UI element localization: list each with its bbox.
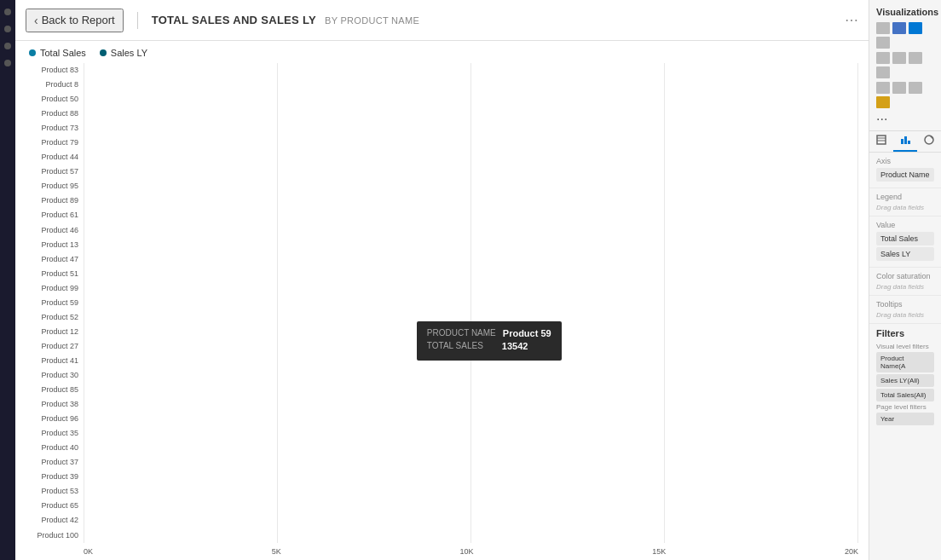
viz-icon-funnel[interactable] <box>876 66 890 78</box>
legend-sales-ly: Sales LY <box>100 48 147 58</box>
bar-row[interactable] <box>84 281 858 295</box>
filter-total-sales[interactable]: Total Sales(All) <box>876 389 934 401</box>
tooltips-section: Tooltips Drag data fields <box>869 296 941 324</box>
bar-row[interactable] <box>84 486 858 499</box>
filter-product-name[interactable]: Product Name(A <box>876 352 934 372</box>
bar-row[interactable] <box>84 369 858 383</box>
tab-visualizations[interactable] <box>893 131 917 152</box>
viz-icon-card[interactable] <box>909 82 922 94</box>
viz-icon-area[interactable] <box>876 37 890 49</box>
page-level-label: Page level filters <box>876 403 934 411</box>
y-label: Product 61 <box>26 211 84 219</box>
y-label: Product 27 <box>26 343 84 350</box>
viz-icon-map[interactable] <box>909 52 922 64</box>
y-label: Product 99 <box>26 285 84 292</box>
tab-analytics[interactable] <box>917 131 941 152</box>
bar-row[interactable] <box>84 136 858 149</box>
y-label: Product 37 <box>26 459 84 466</box>
bar-row[interactable] <box>84 165 858 179</box>
y-label: Product 8 <box>26 81 84 89</box>
viz-icon-matrix[interactable] <box>892 82 906 94</box>
bar-row[interactable] <box>84 180 858 193</box>
viz-icon-clustered-bar[interactable] <box>909 22 922 34</box>
bar-row[interactable] <box>84 121 858 135</box>
bar-row[interactable] <box>84 238 858 251</box>
bar-row[interactable] <box>84 209 858 222</box>
y-label: Product 52 <box>26 314 84 321</box>
bar-row[interactable] <box>84 384 858 397</box>
more-viz-icon[interactable]: ··· <box>876 112 934 127</box>
title-divider <box>137 12 138 29</box>
more-options-icon[interactable]: ⋯ <box>845 12 858 28</box>
sidebar-icon-1[interactable] <box>4 9 11 15</box>
filter-year[interactable]: Year <box>876 413 934 425</box>
y-label: Product 42 <box>26 517 84 524</box>
x-axis-label: 5K <box>272 547 281 556</box>
value-field-total-sales[interactable]: Total Sales <box>876 232 934 245</box>
bar-row[interactable] <box>84 107 858 120</box>
y-label: Product 100 <box>26 532 84 540</box>
bar-row[interactable] <box>84 355 858 368</box>
legend-section-label: Legend <box>876 193 934 201</box>
color-drag-hint: Drag data fields <box>876 283 934 291</box>
viz-icon-pie[interactable] <box>892 52 906 64</box>
bar-row[interactable] <box>84 340 858 354</box>
y-label: Product 79 <box>26 139 84 147</box>
top-bar: ‹ Back to Report TOTAL SALES AND SALES L… <box>15 0 869 41</box>
color-saturation-section: Color saturation Drag data fields <box>869 268 941 296</box>
filter-sales-ly[interactable]: Sales LY(All) <box>876 374 934 387</box>
bar-row[interactable] <box>84 529 858 543</box>
bar-row[interactable] <box>84 398 858 412</box>
bar-row[interactable] <box>84 471 858 485</box>
axis-field-product-name[interactable]: Product Name <box>876 168 934 182</box>
viz-icon-line[interactable] <box>876 22 890 34</box>
bar-row[interactable] <box>84 427 858 441</box>
viz-icon-table[interactable] <box>876 82 890 94</box>
bar-row[interactable] <box>84 297 858 310</box>
bar-row[interactable] <box>84 442 858 455</box>
bar-row[interactable] <box>84 78 858 91</box>
back-to-report-button[interactable]: ‹ Back to Report <box>26 9 124 32</box>
y-label: Product 83 <box>26 66 84 74</box>
value-section: Value Total Sales Sales LY <box>869 216 941 268</box>
viz-icon-scatter[interactable] <box>876 52 890 64</box>
bar-row[interactable] <box>84 151 858 165</box>
left-sidebar <box>0 0 15 560</box>
bar-row[interactable] <box>84 252 858 266</box>
x-axis-label: 15K <box>652 547 666 556</box>
back-label: Back to Report <box>42 14 115 26</box>
tab-fields[interactable] <box>869 131 893 152</box>
y-label: Product 89 <box>26 197 84 205</box>
value-label: Value <box>876 221 934 229</box>
visualizations-title: Visualizations <box>876 7 934 17</box>
sidebar-icon-2[interactable] <box>4 26 11 32</box>
bar-row[interactable] <box>84 311 858 325</box>
y-label: Product 59 <box>26 299 84 307</box>
y-label: Product 30 <box>26 372 84 379</box>
bar-row[interactable] <box>84 92 858 106</box>
bar-row[interactable] <box>84 194 858 208</box>
y-label: Product 47 <box>26 256 84 263</box>
bar-row[interactable] <box>84 515 858 528</box>
viz-icon-bar[interactable] <box>892 22 906 34</box>
panel-tabs <box>869 131 941 153</box>
y-label: Product 40 <box>26 444 84 452</box>
bar-row[interactable] <box>84 63 858 77</box>
value-field-sales-ly[interactable]: Sales LY <box>876 247 934 261</box>
legend: Total Sales Sales LY <box>26 48 858 58</box>
y-label: Product 44 <box>26 153 84 161</box>
sidebar-icon-4[interactable] <box>4 60 11 66</box>
bar-row[interactable] <box>84 267 858 280</box>
viz-icon-gauge[interactable] <box>876 96 890 108</box>
y-label: Product 35 <box>26 430 84 437</box>
sidebar-icon-3[interactable] <box>4 43 11 49</box>
x-axis-label: 10K <box>459 547 473 556</box>
bar-row[interactable] <box>84 326 858 339</box>
bar-row[interactable] <box>84 500 858 514</box>
bar-row[interactable] <box>84 457 858 471</box>
y-label: Product 73 <box>26 124 84 132</box>
bar-row[interactable] <box>84 223 858 237</box>
y-label: Product 12 <box>26 328 84 336</box>
y-label: Product 88 <box>26 110 84 118</box>
bar-row[interactable] <box>84 413 858 426</box>
